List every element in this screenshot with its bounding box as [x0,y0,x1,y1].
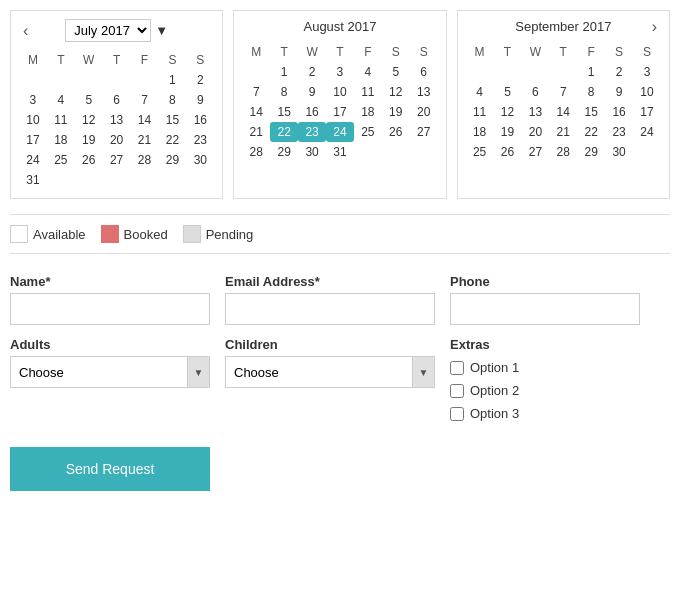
extras-checkbox-3[interactable] [450,407,464,421]
calendar-day[interactable]: 22 [158,130,186,150]
calendar-day[interactable]: 12 [382,82,410,102]
calendar-day[interactable]: 17 [326,102,354,122]
calendar-day[interactable]: 23 [605,122,633,142]
calendar-day[interactable]: 7 [549,82,577,102]
calendar-day[interactable]: 3 [633,62,661,82]
calendar-day[interactable]: 27 [103,150,131,170]
calendar-day[interactable]: 23 [298,122,326,142]
calendar-day[interactable]: 31 [326,142,354,162]
calendar-day[interactable]: 26 [382,122,410,142]
adults-select[interactable]: Choose 1 2 3 4 [11,357,187,387]
prev-month-button[interactable]: ‹ [19,22,32,40]
calendar-day[interactable]: 6 [521,82,549,102]
name-input[interactable] [10,293,210,325]
calendar-day[interactable]: 25 [354,122,382,142]
calendar-day[interactable]: 20 [521,122,549,142]
calendar-day[interactable]: 28 [131,150,159,170]
extras-checkbox-1[interactable] [450,361,464,375]
calendar-day[interactable]: 26 [494,142,522,162]
calendar-day[interactable]: 15 [577,102,605,122]
extras-checkbox-2[interactable] [450,384,464,398]
calendar-day[interactable]: 11 [47,110,75,130]
calendar-day[interactable]: 19 [382,102,410,122]
calendar-day[interactable]: 24 [633,122,661,142]
calendar-day[interactable]: 27 [521,142,549,162]
calendar-day[interactable]: 26 [75,150,103,170]
calendar-day[interactable]: 15 [270,102,298,122]
calendar-day[interactable]: 24 [326,122,354,142]
calendar-day[interactable]: 9 [186,90,214,110]
calendar-day[interactable]: 27 [410,122,438,142]
calendar-day[interactable]: 6 [410,62,438,82]
calendar-day[interactable]: 5 [75,90,103,110]
calendar-day[interactable]: 29 [158,150,186,170]
calendar-day[interactable]: 5 [382,62,410,82]
calendar-day[interactable]: 16 [186,110,214,130]
calendar-day[interactable]: 3 [19,90,47,110]
calendar-day[interactable]: 1 [577,62,605,82]
calendar-day[interactable]: 12 [494,102,522,122]
calendar-day[interactable]: 11 [354,82,382,102]
calendar-day[interactable]: 6 [103,90,131,110]
calendar-day[interactable]: 22 [577,122,605,142]
calendar-day[interactable]: 30 [298,142,326,162]
calendar-day[interactable]: 15 [158,110,186,130]
month-select[interactable]: July 2017 [65,19,151,42]
calendar-day[interactable]: 9 [298,82,326,102]
calendar-day[interactable]: 23 [186,130,214,150]
calendar-day[interactable]: 19 [75,130,103,150]
calendar-day[interactable]: 10 [326,82,354,102]
calendar-day[interactable]: 20 [103,130,131,150]
calendar-day[interactable]: 2 [186,70,214,90]
email-input[interactable] [225,293,435,325]
calendar-day[interactable]: 4 [466,82,494,102]
calendar-day[interactable]: 7 [131,90,159,110]
calendar-day[interactable]: 10 [633,82,661,102]
calendar-day[interactable]: 2 [298,62,326,82]
calendar-day[interactable]: 1 [158,70,186,90]
calendar-day[interactable]: 16 [298,102,326,122]
calendar-day[interactable]: 8 [270,82,298,102]
calendar-day[interactable]: 28 [549,142,577,162]
calendar-day[interactable]: 2 [605,62,633,82]
calendar-day[interactable]: 19 [494,122,522,142]
calendar-day[interactable]: 20 [410,102,438,122]
calendar-day[interactable]: 8 [158,90,186,110]
calendar-day[interactable]: 21 [131,130,159,150]
calendar-day[interactable]: 14 [131,110,159,130]
calendar-day[interactable]: 4 [354,62,382,82]
calendar-day[interactable]: 8 [577,82,605,102]
calendar-day[interactable]: 13 [103,110,131,130]
calendar-day[interactable]: 30 [186,150,214,170]
calendar-day[interactable]: 11 [466,102,494,122]
calendar-day[interactable]: 3 [326,62,354,82]
phone-input[interactable] [450,293,640,325]
calendar-day[interactable]: 12 [75,110,103,130]
calendar-day[interactable]: 18 [354,102,382,122]
calendar-day[interactable]: 9 [605,82,633,102]
send-request-button[interactable]: Send Request [10,447,210,491]
calendar-day[interactable]: 16 [605,102,633,122]
calendar-day[interactable]: 25 [47,150,75,170]
calendar-day[interactable]: 7 [242,82,270,102]
calendar-day[interactable]: 13 [410,82,438,102]
children-select[interactable]: Choose 0 1 2 [226,357,412,387]
calendar-day[interactable]: 14 [242,102,270,122]
calendar-day[interactable]: 29 [270,142,298,162]
calendar-day[interactable]: 1 [270,62,298,82]
calendar-day[interactable]: 5 [494,82,522,102]
calendar-day[interactable]: 17 [19,130,47,150]
calendar-day[interactable]: 22 [270,122,298,142]
calendar-day[interactable]: 29 [577,142,605,162]
calendar-day[interactable]: 4 [47,90,75,110]
calendar-day[interactable]: 30 [605,142,633,162]
next-month-button[interactable]: › [648,18,661,36]
calendar-day[interactable]: 10 [19,110,47,130]
calendar-day[interactable]: 24 [19,150,47,170]
calendar-day[interactable]: 18 [466,122,494,142]
calendar-day[interactable]: 25 [466,142,494,162]
calendar-day[interactable]: 21 [242,122,270,142]
calendar-day[interactable]: 18 [47,130,75,150]
calendar-day[interactable]: 21 [549,122,577,142]
calendar-day[interactable]: 13 [521,102,549,122]
